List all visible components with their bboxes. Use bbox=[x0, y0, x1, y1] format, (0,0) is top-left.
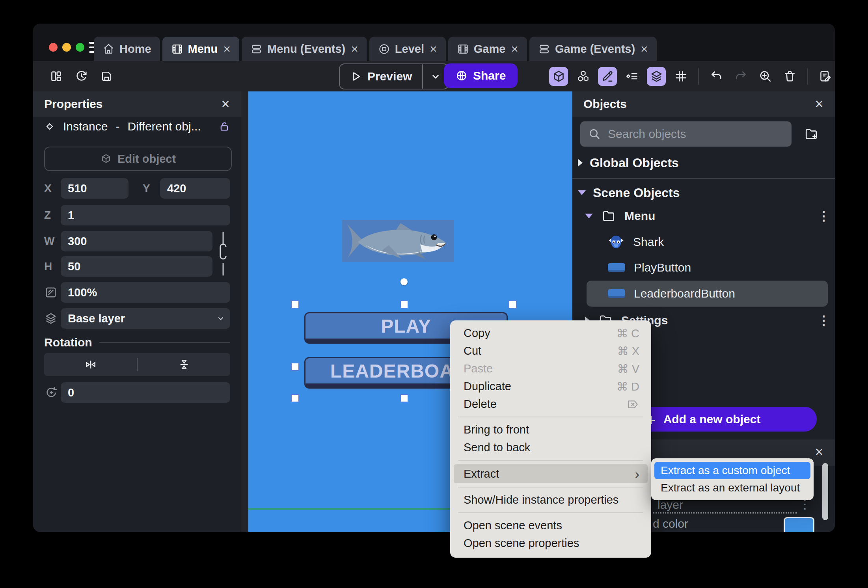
menu-item-paste[interactable]: Paste ⌘ V bbox=[450, 360, 651, 378]
x-field[interactable]: 510 bbox=[61, 178, 129, 199]
menu-shortcut: ⌘ X bbox=[617, 344, 639, 358]
layout-dashboard-button[interactable] bbox=[47, 67, 65, 86]
close-icon[interactable]: × bbox=[641, 43, 648, 55]
menu-item-label: Send to back bbox=[464, 441, 530, 454]
menu-item-show-hide-instance-properties[interactable]: Show/Hide instance properties bbox=[450, 491, 651, 509]
selection-handle[interactable] bbox=[292, 363, 298, 370]
flip-horizontal-button[interactable] bbox=[44, 353, 137, 376]
menu-item-duplicate[interactable]: Duplicate ⌘ D bbox=[450, 378, 651, 395]
trash-icon bbox=[783, 70, 796, 83]
section-label: Global Objects bbox=[590, 156, 679, 170]
close-icon[interactable]: × bbox=[811, 96, 827, 112]
link-wh-icon[interactable] bbox=[215, 230, 231, 277]
history-button[interactable] bbox=[72, 67, 91, 86]
play-button-label: PLAY bbox=[381, 315, 431, 337]
add-folder-button[interactable] bbox=[802, 125, 821, 143]
tab-home[interactable]: Home bbox=[94, 37, 160, 61]
window-zoom-button[interactable] bbox=[76, 43, 84, 52]
selection-handle[interactable] bbox=[401, 301, 408, 308]
tree-item-leaderboardbutton[interactable]: LeaderboardButton ⋮ bbox=[572, 281, 835, 307]
delete-key-icon bbox=[627, 398, 639, 411]
objects-blocks-button[interactable] bbox=[574, 67, 592, 86]
button-thumbnail-icon bbox=[608, 263, 625, 272]
menu-item-open-scene-properties[interactable]: Open scene properties bbox=[450, 534, 651, 552]
tab-menu-events[interactable]: Menu (Events) × bbox=[242, 37, 367, 61]
submenu-item-extract-custom-object[interactable]: Extract as a custom object bbox=[654, 462, 810, 479]
menu-item-delete[interactable]: Delete bbox=[450, 395, 651, 413]
w-field[interactable]: 300 bbox=[61, 231, 212, 251]
menu-item-open-scene-events[interactable]: Open scene events bbox=[450, 517, 651, 534]
global-objects-header[interactable]: Global Objects bbox=[572, 153, 835, 173]
menu-item-cut[interactable]: Cut ⌘ X bbox=[450, 342, 651, 360]
menu-item-send-to-back[interactable]: Send to back bbox=[450, 439, 651, 456]
selection-handle[interactable] bbox=[401, 395, 408, 402]
flip-vertical-button[interactable] bbox=[138, 353, 230, 376]
toggle-3d-view-button[interactable] bbox=[549, 67, 568, 86]
tree-item-playbutton[interactable]: PlayButton ⋮ bbox=[572, 257, 835, 278]
layer-select[interactable]: Base layer bbox=[61, 308, 230, 329]
scrollbar[interactable] bbox=[822, 463, 828, 520]
grid-button[interactable] bbox=[671, 67, 690, 86]
h-field[interactable]: 50 bbox=[61, 256, 212, 277]
tab-label: Game (Events) bbox=[555, 43, 635, 56]
share-label: Share bbox=[473, 69, 506, 82]
menu-item-label: Copy bbox=[464, 327, 490, 340]
opacity-icon bbox=[44, 286, 58, 299]
close-icon[interactable]: × bbox=[223, 43, 231, 55]
base-layer-row-text[interactable]: layer bbox=[658, 498, 683, 512]
shark-sprite[interactable] bbox=[342, 220, 454, 262]
scene-icon bbox=[171, 43, 183, 55]
instances-list-button[interactable] bbox=[622, 67, 641, 86]
close-icon[interactable]: × bbox=[511, 43, 518, 55]
menu-item-copy[interactable]: Copy ⌘ C bbox=[450, 324, 651, 342]
scene-notes-button[interactable] bbox=[816, 67, 834, 86]
preview-button-main[interactable]: Preview bbox=[340, 70, 422, 83]
close-icon[interactable]: × bbox=[218, 96, 233, 112]
home-icon bbox=[102, 43, 115, 55]
scene-objects-header[interactable]: Scene Objects bbox=[572, 183, 835, 203]
delete-button[interactable] bbox=[780, 67, 799, 86]
share-button[interactable]: Share bbox=[444, 63, 518, 88]
x-label: X bbox=[44, 182, 61, 195]
kebab-menu-icon[interactable]: ⋮ bbox=[818, 313, 830, 328]
window-close-button[interactable] bbox=[49, 43, 58, 52]
rotation-field[interactable]: 0 bbox=[61, 382, 230, 403]
close-icon[interactable]: × bbox=[430, 43, 437, 55]
close-icon[interactable]: × bbox=[811, 444, 827, 460]
background-color-swatch[interactable] bbox=[784, 517, 814, 532]
kebab-menu-icon[interactable]: ⋮ bbox=[818, 208, 830, 223]
tab-menu[interactable]: Menu × bbox=[162, 37, 239, 61]
unlock-icon[interactable] bbox=[218, 121, 230, 132]
undo-button[interactable] bbox=[707, 67, 726, 86]
tab-level[interactable]: Level × bbox=[369, 37, 446, 61]
layers-button[interactable] bbox=[647, 67, 666, 86]
z-field[interactable]: 1 bbox=[61, 205, 230, 225]
events-icon bbox=[538, 43, 550, 55]
menu-item-bring-to-front[interactable]: Bring to front bbox=[450, 421, 651, 439]
tab-game[interactable]: Game × bbox=[448, 37, 527, 61]
search-input[interactable] bbox=[607, 127, 784, 141]
tab-game-events[interactable]: Game (Events) × bbox=[529, 37, 657, 61]
button-thumbnail-icon bbox=[608, 289, 625, 298]
opacity-field[interactable]: 100% bbox=[61, 282, 230, 303]
tree-item-shark[interactable]: Shark ⋮ bbox=[572, 230, 835, 254]
zoom-in-button[interactable] bbox=[756, 67, 775, 86]
selection-handle[interactable] bbox=[292, 301, 298, 308]
edit-mode-button[interactable] bbox=[598, 67, 617, 86]
search-box[interactable] bbox=[580, 121, 792, 147]
submenu-item-extract-external-layout[interactable]: Extract as an external layout bbox=[654, 479, 810, 497]
y-field[interactable]: 420 bbox=[160, 178, 230, 199]
menu-item-extract[interactable]: Extract › bbox=[454, 464, 648, 483]
edit-object-button[interactable]: Edit object bbox=[44, 147, 232, 171]
close-icon[interactable]: × bbox=[351, 43, 358, 55]
selection-handle[interactable] bbox=[509, 301, 516, 308]
selection-handle[interactable] bbox=[292, 395, 298, 402]
window-minimize-button[interactable] bbox=[62, 43, 71, 52]
instance-object-name: Different obj... bbox=[127, 120, 201, 133]
tree-folder-menu[interactable]: Menu ⋮ bbox=[572, 206, 835, 226]
preview-button[interactable]: Preview bbox=[339, 63, 449, 89]
rotate-handle[interactable] bbox=[400, 278, 408, 285]
chevron-down-icon bbox=[217, 314, 225, 322]
redo-button[interactable] bbox=[731, 67, 750, 86]
save-button[interactable] bbox=[97, 67, 116, 86]
